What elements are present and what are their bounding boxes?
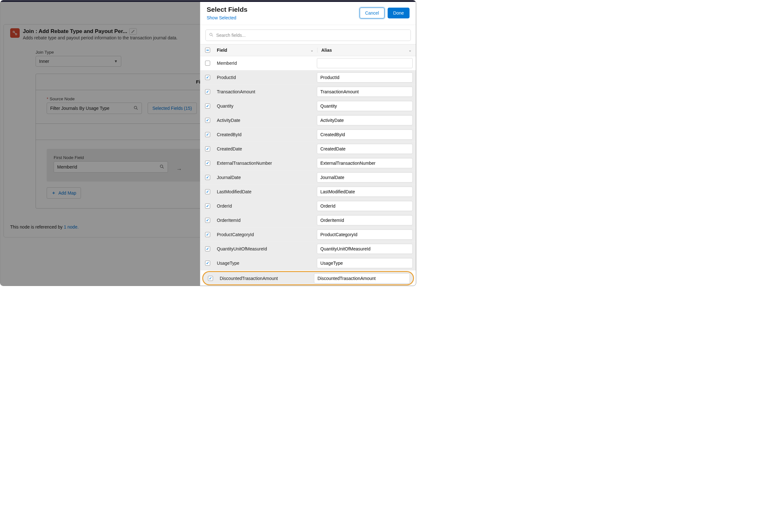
field-name: QuantityUnitOfMeasureId (215, 246, 317, 251)
selected-fields-button[interactable]: Selected Fields (15) (148, 103, 197, 114)
field-name: JournalDate (215, 175, 317, 180)
field-row: UsageType (200, 256, 416, 270)
source-node-value: Filter Journals By Usage Type (50, 106, 110, 111)
alias-input[interactable] (317, 258, 413, 268)
alias-input[interactable] (317, 144, 413, 154)
alias-column-header[interactable]: Alias ⌄ (317, 48, 416, 53)
alias-input[interactable] (317, 130, 413, 140)
field-name: ProductCategoryId (215, 232, 317, 237)
chevron-down-icon: ⌄ (409, 48, 411, 52)
select-all-checkbox[interactable] (205, 48, 210, 53)
join-type-value: Inner (39, 59, 49, 64)
field-row: MemberId (200, 56, 416, 70)
alias-input[interactable] (317, 87, 413, 97)
alias-input[interactable] (317, 115, 413, 125)
first-node-field-value: MemberId (57, 164, 77, 170)
source-node-input[interactable]: Filter Journals By Usage Type (47, 103, 142, 114)
arrow-right-icon: → (174, 166, 184, 173)
search-input-field[interactable] (216, 33, 407, 38)
field-name: ExternalTransactionNumber (215, 161, 317, 166)
field-row: CreatedById (200, 128, 416, 142)
field-row: OrderItemId (200, 213, 416, 228)
panel-title: Join : Add Rebate Type and Payout Per... (23, 28, 127, 35)
field-row: ExternalTransactionNumber (200, 156, 416, 170)
field-name: CreatedDate (215, 146, 317, 151)
field-name: DiscountedTrasactionAmount (218, 276, 314, 281)
add-map-button[interactable]: ＋ Add Map (47, 187, 81, 199)
alias-input[interactable] (317, 244, 413, 254)
chevron-down-icon: ▼ (114, 59, 118, 63)
row-checkbox[interactable] (205, 203, 210, 209)
alias-input[interactable] (317, 229, 413, 240)
alias-input[interactable] (317, 215, 413, 225)
alias-input[interactable] (317, 158, 413, 168)
row-checkbox[interactable] (205, 146, 210, 151)
panel-subtitle: Adds rebate type and payout period infor… (23, 35, 177, 40)
drawer-title: Select Fields (207, 6, 247, 13)
row-checkbox[interactable] (205, 232, 210, 237)
field-name: UsageType (215, 261, 317, 266)
row-checkbox[interactable] (205, 103, 210, 109)
row-checkbox[interactable] (205, 246, 210, 251)
field-name: ActivityDate (215, 118, 317, 123)
row-checkbox[interactable] (205, 175, 210, 180)
field-row: LastModifiedDate (200, 185, 416, 199)
field-name: MemberId (215, 61, 317, 66)
field-name: OrderItemId (215, 218, 317, 223)
field-row: ProductId (200, 70, 416, 85)
alias-input[interactable] (317, 72, 413, 83)
plus-icon: ＋ (51, 190, 56, 196)
edit-title-button[interactable] (129, 28, 137, 35)
field-name: Quantity (215, 103, 317, 109)
svg-point-3 (160, 165, 163, 167)
alias-input[interactable] (317, 58, 413, 68)
field-name: OrderId (215, 203, 317, 209)
row-checkbox[interactable] (205, 261, 210, 266)
alias-input[interactable] (317, 101, 413, 111)
svg-point-2 (134, 106, 137, 109)
cancel-button[interactable]: Cancel (360, 8, 384, 18)
field-name: TransactionAmount (215, 89, 317, 94)
field-row: Quantity (200, 99, 416, 113)
row-checkbox[interactable] (205, 189, 210, 194)
svg-point-4 (210, 33, 212, 36)
field-name: CreatedById (215, 132, 317, 137)
referenced-by-link[interactable]: 1 node. (64, 224, 79, 229)
alias-input[interactable] (317, 187, 413, 197)
join-type-select[interactable]: Inner ▼ (36, 56, 121, 67)
chevron-down-icon: ⌄ (310, 48, 313, 52)
fields-table-body: MemberIdProductIdTransactionAmountQuanti… (200, 56, 416, 286)
field-name: LastModifiedDate (215, 189, 317, 194)
row-checkbox[interactable] (205, 161, 210, 166)
field-row: ActivityDate (200, 113, 416, 128)
alias-input[interactable] (314, 273, 410, 283)
search-icon (133, 105, 138, 111)
row-checkbox[interactable] (205, 118, 210, 123)
show-selected-link[interactable]: Show Selected (207, 15, 247, 20)
alias-input[interactable] (317, 172, 413, 183)
fields-table-header: Field ⌄ Alias ⌄ (200, 44, 416, 56)
search-icon (209, 32, 214, 38)
row-checkbox[interactable] (205, 218, 210, 223)
search-icon (159, 164, 164, 170)
select-fields-drawer: Select Fields Show Selected Cancel Done … (200, 2, 416, 286)
field-row: DiscountedTrasactionAmount (202, 271, 414, 285)
done-button[interactable]: Done (388, 8, 410, 18)
join-node-icon (10, 28, 20, 38)
field-row: CreatedDate (200, 142, 416, 156)
field-row: QuantityUnitOfMeasureId (200, 242, 416, 256)
row-checkbox[interactable] (205, 61, 210, 66)
field-name: ProductId (215, 75, 317, 80)
field-column-header[interactable]: Field ⌄ (215, 48, 317, 53)
row-checkbox[interactable] (205, 89, 210, 94)
row-checkbox[interactable] (208, 276, 213, 281)
alias-input[interactable] (317, 201, 413, 211)
field-row: ProductCategoryId (200, 228, 416, 242)
field-row: OrderId (200, 199, 416, 213)
row-checkbox[interactable] (205, 75, 210, 80)
row-checkbox[interactable] (205, 132, 210, 137)
field-row: TransactionAmount (200, 85, 416, 99)
search-fields-input[interactable] (205, 30, 411, 41)
field-row: JournalDate (200, 170, 416, 185)
first-node-field-input[interactable]: MemberId (54, 161, 168, 173)
